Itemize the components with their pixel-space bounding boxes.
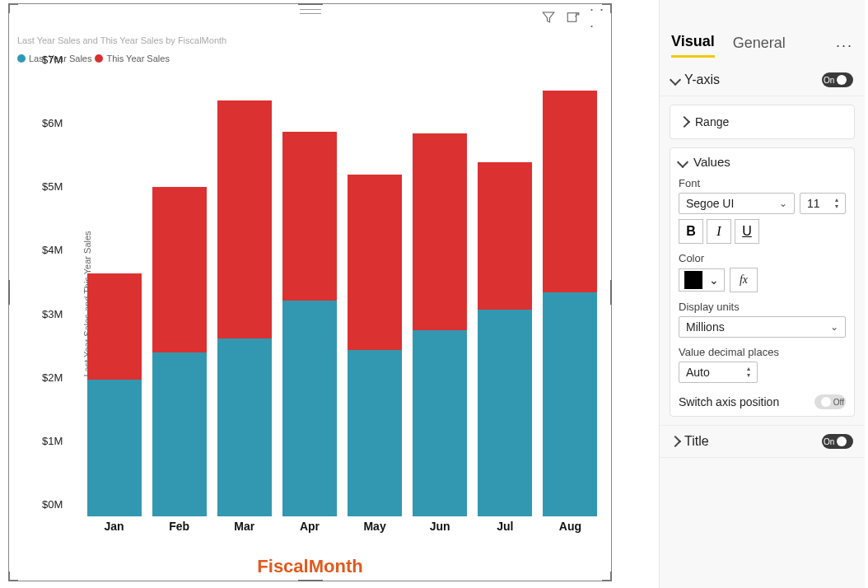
bar-segment-this-year[interactable] — [282, 132, 337, 300]
x-tick: Jan — [82, 516, 147, 536]
x-tick: Mar — [212, 516, 277, 536]
chevron-right-icon — [671, 435, 679, 448]
legend-label-this-year: This Year Sales — [106, 54, 169, 63]
format-pane: Visual General ··· Y-axis On Range Value… — [659, 0, 865, 588]
chart-legend: Last Year Sales This Year Sales — [17, 54, 170, 63]
font-size-stepper[interactable]: 11 ▴▾ — [800, 193, 846, 214]
x-axis-label: FiscalMonth — [257, 556, 362, 577]
underline-button[interactable]: U — [735, 219, 759, 244]
chevron-down-icon — [679, 155, 687, 169]
color-swatch — [684, 271, 702, 289]
resize-handle-br[interactable] — [602, 572, 612, 581]
resize-handle-bl[interactable] — [8, 572, 18, 581]
section-title[interactable]: Title On — [660, 425, 865, 458]
y-tick: $7M — [42, 54, 63, 66]
font-label: Font — [679, 177, 846, 189]
range-card[interactable]: Range — [670, 105, 855, 139]
y-tick: $6M — [42, 117, 63, 129]
resize-handle-top[interactable] — [298, 3, 323, 5]
x-tick: Feb — [147, 516, 212, 536]
legend-swatch-last-year — [17, 54, 26, 63]
bar-group[interactable] — [408, 72, 473, 516]
bar-segment-this-year[interactable] — [543, 91, 597, 292]
tab-visual[interactable]: Visual — [671, 33, 715, 58]
y-axis-toggle[interactable]: On — [822, 72, 853, 87]
values-card-header[interactable]: Values — [679, 155, 846, 169]
bar-segment-last-year[interactable] — [152, 352, 207, 516]
legend-swatch-this-year — [95, 54, 103, 63]
bar-group[interactable] — [147, 72, 212, 516]
svg-rect-0 — [567, 13, 576, 22]
display-units-label: Display units — [679, 301, 846, 313]
bar-group[interactable] — [473, 72, 538, 516]
bar-group[interactable] — [343, 72, 408, 516]
more-options-icon[interactable]: · · · — [590, 9, 606, 26]
resize-handle-right[interactable] — [610, 280, 612, 305]
decimal-places-label: Value decimal places — [679, 346, 846, 358]
italic-button[interactable]: I — [707, 219, 731, 244]
bar-group[interactable] — [82, 72, 147, 516]
y-tick: $5M — [42, 180, 63, 193]
bar-segment-this-year[interactable] — [152, 187, 207, 352]
values-card: Values Font Segoe UI⌄ 11 ▴▾ B I U Color — [670, 147, 855, 417]
drag-grip[interactable] — [300, 9, 321, 14]
resize-handle-tl[interactable] — [8, 3, 18, 13]
bar-segment-last-year[interactable] — [87, 380, 142, 516]
values-label: Values — [693, 155, 730, 169]
resize-handle-bottom[interactable] — [298, 580, 323, 581]
section-y-axis[interactable]: Y-axis On — [660, 64, 865, 96]
font-family-dropdown[interactable]: Segoe UI⌄ — [679, 193, 795, 214]
y-tick: $4M — [42, 244, 63, 256]
bar-group[interactable] — [212, 72, 277, 516]
x-tick: Apr — [277, 516, 342, 536]
x-tick: Jun — [408, 516, 473, 536]
bar-segment-this-year[interactable] — [348, 175, 402, 350]
chart-bars — [82, 72, 603, 516]
bar-segment-last-year[interactable] — [413, 330, 467, 516]
bar-segment-this-year[interactable] — [87, 273, 142, 380]
bar-segment-last-year[interactable] — [282, 301, 337, 516]
chart-visual-frame[interactable]: · · · Last Year Sales and This Year Sale… — [8, 3, 612, 581]
color-picker[interactable]: ⌄ — [679, 268, 725, 292]
y-axis: $0M$1M$2M$3M$4M$5M$6M$7M — [42, 72, 82, 516]
filter-icon[interactable] — [540, 9, 557, 26]
switch-axis-toggle[interactable]: Off — [814, 394, 846, 409]
range-label: Range — [695, 115, 729, 128]
chart-title: Last Year Sales and This Year Sales by F… — [17, 35, 226, 45]
bar-segment-last-year[interactable] — [217, 338, 272, 516]
fx-button[interactable]: fx — [730, 268, 758, 292]
y-axis-section-label: Y-axis — [684, 72, 720, 87]
y-tick: $2M — [42, 371, 63, 383]
bold-button[interactable]: B — [679, 219, 703, 244]
chevron-down-icon — [671, 73, 679, 86]
focus-mode-icon[interactable] — [565, 9, 581, 26]
color-label: Color — [679, 252, 846, 264]
x-tick: May — [343, 516, 408, 536]
x-tick: Jul — [473, 516, 538, 536]
bar-segment-this-year[interactable] — [478, 162, 532, 310]
x-tick: Aug — [538, 516, 603, 536]
pane-more-icon[interactable]: ··· — [836, 37, 853, 54]
resize-handle-left[interactable] — [8, 280, 10, 305]
bar-segment-last-year[interactable] — [478, 310, 532, 516]
y-tick: $1M — [42, 434, 63, 446]
y-tick: $3M — [42, 307, 63, 320]
y-tick: $0M — [42, 498, 63, 511]
bar-group[interactable] — [277, 72, 342, 516]
decimal-places-stepper[interactable]: Auto ▴▾ — [679, 362, 758, 383]
title-toggle[interactable]: On — [822, 434, 853, 449]
title-section-label: Title — [684, 434, 709, 449]
bar-segment-this-year[interactable] — [217, 100, 272, 338]
bar-segment-last-year[interactable] — [348, 350, 402, 516]
display-units-dropdown[interactable]: Millions⌄ — [679, 316, 846, 338]
x-axis: JanFebMarAprMayJunJulAug — [82, 516, 603, 536]
bar-segment-last-year[interactable] — [543, 292, 597, 516]
switch-axis-label: Switch axis position — [679, 395, 779, 408]
bar-segment-this-year[interactable] — [413, 133, 467, 330]
chevron-right-icon — [680, 115, 688, 128]
bar-group[interactable] — [538, 72, 603, 516]
tab-general[interactable]: General — [733, 35, 786, 57]
